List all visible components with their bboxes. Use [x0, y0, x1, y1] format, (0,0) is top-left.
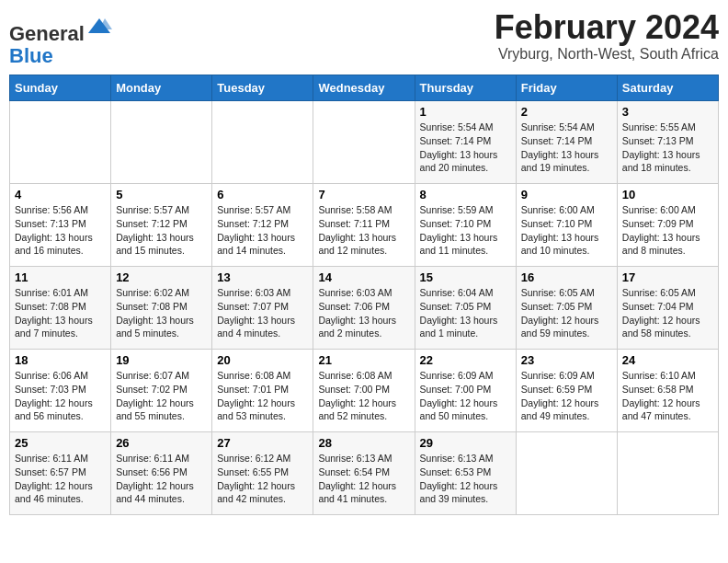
day-number: 13: [217, 270, 308, 284]
location-title: Vryburg, North-West, South Africa: [495, 46, 719, 63]
logo-icon: [86, 15, 112, 40]
day-info: Sunrise: 6:06 AM Sunset: 7:03 PM Dayligh…: [15, 369, 106, 423]
calendar-cell: 9Sunrise: 6:00 AM Sunset: 7:10 PM Daylig…: [516, 184, 617, 267]
calendar-cell: 2Sunrise: 5:54 AM Sunset: 7:14 PM Daylig…: [516, 101, 617, 184]
day-number: 2: [521, 105, 612, 119]
day-info: Sunrise: 5:57 AM Sunset: 7:12 PM Dayligh…: [217, 203, 308, 258]
day-number: 17: [622, 270, 713, 284]
day-number: 4: [15, 188, 106, 201]
day-number: 12: [116, 270, 207, 284]
day-info: Sunrise: 6:11 AM Sunset: 6:57 PM Dayligh…: [15, 452, 106, 506]
calendar-cell: 28Sunrise: 6:13 AM Sunset: 6:54 PM Dayli…: [313, 432, 415, 515]
calendar-cell: 18Sunrise: 6:06 AM Sunset: 7:03 PM Dayli…: [10, 350, 111, 432]
calendar-cell: 1Sunrise: 5:54 AM Sunset: 7:14 PM Daylig…: [415, 101, 516, 184]
day-info: Sunrise: 6:07 AM Sunset: 7:02 PM Dayligh…: [116, 369, 207, 423]
calendar-cell: 24Sunrise: 6:10 AM Sunset: 6:58 PM Dayli…: [617, 350, 718, 432]
day-info: Sunrise: 6:11 AM Sunset: 6:56 PM Dayligh…: [116, 452, 207, 506]
day-info: Sunrise: 5:54 AM Sunset: 7:14 PM Dayligh…: [420, 121, 511, 175]
weekday-header-row: SundayMondayTuesdayWednesdayThursdayFrid…: [10, 75, 719, 101]
day-number: 10: [622, 188, 713, 201]
calendar-week-row: 25Sunrise: 6:11 AM Sunset: 6:57 PM Dayli…: [10, 432, 719, 515]
calendar-cell: [212, 101, 313, 184]
calendar-cell: 5Sunrise: 5:57 AM Sunset: 7:12 PM Daylig…: [111, 184, 212, 267]
weekday-header-cell: Saturday: [617, 75, 718, 101]
day-info: Sunrise: 6:03 AM Sunset: 7:06 PM Dayligh…: [318, 286, 409, 340]
day-info: Sunrise: 6:01 AM Sunset: 7:08 PM Dayligh…: [15, 286, 106, 340]
day-number: 23: [521, 353, 612, 367]
day-number: 16: [521, 270, 612, 284]
calendar-cell: 4Sunrise: 5:56 AM Sunset: 7:13 PM Daylig…: [10, 184, 111, 267]
day-number: 20: [217, 353, 308, 367]
day-number: 29: [420, 436, 511, 450]
day-info: Sunrise: 6:09 AM Sunset: 6:59 PM Dayligh…: [521, 369, 612, 423]
calendar-cell: [617, 432, 718, 515]
weekday-header-cell: Sunday: [10, 75, 111, 101]
calendar-cell: 16Sunrise: 6:05 AM Sunset: 7:05 PM Dayli…: [516, 267, 617, 350]
calendar-cell: [111, 101, 212, 184]
day-number: 1: [420, 105, 511, 119]
calendar-cell: 21Sunrise: 6:08 AM Sunset: 7:00 PM Dayli…: [313, 350, 415, 432]
calendar-cell: 8Sunrise: 5:59 AM Sunset: 7:10 PM Daylig…: [415, 184, 516, 267]
calendar-cell: 12Sunrise: 6:02 AM Sunset: 7:08 PM Dayli…: [111, 267, 212, 350]
day-info: Sunrise: 5:55 AM Sunset: 7:13 PM Dayligh…: [622, 121, 713, 175]
day-number: 11: [15, 270, 106, 284]
calendar-cell: 19Sunrise: 6:07 AM Sunset: 7:02 PM Dayli…: [111, 350, 212, 432]
day-number: 15: [420, 270, 511, 284]
calendar-week-row: 1Sunrise: 5:54 AM Sunset: 7:14 PM Daylig…: [10, 101, 719, 184]
calendar-cell: 11Sunrise: 6:01 AM Sunset: 7:08 PM Dayli…: [10, 267, 111, 350]
logo-blue: Blue: [9, 44, 53, 67]
calendar-cell: 26Sunrise: 6:11 AM Sunset: 6:56 PM Dayli…: [111, 432, 212, 515]
day-number: 24: [622, 353, 713, 367]
day-number: 7: [318, 188, 409, 201]
day-number: 18: [15, 353, 106, 367]
day-info: Sunrise: 6:03 AM Sunset: 7:07 PM Dayligh…: [217, 286, 308, 340]
weekday-header-cell: Monday: [111, 75, 212, 101]
weekday-header-cell: Wednesday: [313, 75, 415, 101]
calendar-cell: 14Sunrise: 6:03 AM Sunset: 7:06 PM Dayli…: [313, 267, 415, 350]
calendar-cell: 25Sunrise: 6:11 AM Sunset: 6:57 PM Dayli…: [10, 432, 111, 515]
calendar-cell: 10Sunrise: 6:00 AM Sunset: 7:09 PM Dayli…: [617, 184, 718, 267]
day-info: Sunrise: 6:10 AM Sunset: 6:58 PM Dayligh…: [622, 369, 713, 423]
day-info: Sunrise: 5:59 AM Sunset: 7:10 PM Dayligh…: [420, 203, 511, 258]
day-info: Sunrise: 5:54 AM Sunset: 7:14 PM Dayligh…: [521, 121, 612, 175]
day-info: Sunrise: 6:08 AM Sunset: 7:01 PM Dayligh…: [217, 369, 308, 423]
day-info: Sunrise: 6:12 AM Sunset: 6:55 PM Dayligh…: [217, 452, 308, 506]
calendar-cell: [10, 101, 111, 184]
day-number: 21: [318, 353, 409, 367]
calendar-cell: 20Sunrise: 6:08 AM Sunset: 7:01 PM Dayli…: [212, 350, 313, 432]
day-info: Sunrise: 6:05 AM Sunset: 7:05 PM Dayligh…: [521, 286, 612, 340]
calendar-cell: [516, 432, 617, 515]
weekday-header-cell: Friday: [516, 75, 617, 101]
calendar-cell: 27Sunrise: 6:12 AM Sunset: 6:55 PM Dayli…: [212, 432, 313, 515]
day-number: 25: [15, 436, 106, 450]
calendar-body: 1Sunrise: 5:54 AM Sunset: 7:14 PM Daylig…: [10, 101, 719, 515]
calendar-cell: 7Sunrise: 5:58 AM Sunset: 7:11 PM Daylig…: [313, 184, 415, 267]
day-info: Sunrise: 6:08 AM Sunset: 7:00 PM Dayligh…: [318, 369, 409, 423]
page-header: General Blue February 2024 Vryburg, Nort…: [9, 9, 719, 67]
day-number: 22: [420, 353, 511, 367]
day-number: 19: [116, 353, 207, 367]
weekday-header-cell: Thursday: [415, 75, 516, 101]
calendar-week-row: 18Sunrise: 6:06 AM Sunset: 7:03 PM Dayli…: [10, 350, 719, 432]
day-number: 3: [622, 105, 713, 119]
day-number: 28: [318, 436, 409, 450]
day-info: Sunrise: 6:00 AM Sunset: 7:10 PM Dayligh…: [521, 203, 612, 258]
calendar-cell: 3Sunrise: 5:55 AM Sunset: 7:13 PM Daylig…: [617, 101, 718, 184]
day-info: Sunrise: 6:13 AM Sunset: 6:54 PM Dayligh…: [318, 452, 409, 506]
day-info: Sunrise: 6:09 AM Sunset: 7:00 PM Dayligh…: [420, 369, 511, 423]
logo: General Blue: [9, 15, 112, 67]
calendar-cell: 17Sunrise: 6:05 AM Sunset: 7:04 PM Dayli…: [617, 267, 718, 350]
calendar-cell: 13Sunrise: 6:03 AM Sunset: 7:07 PM Dayli…: [212, 267, 313, 350]
title-block: February 2024 Vryburg, North-West, South…: [495, 9, 719, 63]
day-number: 6: [217, 188, 308, 201]
day-info: Sunrise: 6:05 AM Sunset: 7:04 PM Dayligh…: [622, 286, 713, 340]
day-number: 8: [420, 188, 511, 201]
day-info: Sunrise: 5:58 AM Sunset: 7:11 PM Dayligh…: [318, 203, 409, 258]
calendar-cell: 29Sunrise: 6:13 AM Sunset: 6:53 PM Dayli…: [415, 432, 516, 515]
calendar-week-row: 11Sunrise: 6:01 AM Sunset: 7:08 PM Dayli…: [10, 267, 719, 350]
day-number: 26: [116, 436, 207, 450]
day-info: Sunrise: 5:57 AM Sunset: 7:12 PM Dayligh…: [116, 203, 207, 258]
day-info: Sunrise: 6:13 AM Sunset: 6:53 PM Dayligh…: [420, 452, 511, 506]
logo-general: General: [9, 22, 85, 45]
calendar-cell: [313, 101, 415, 184]
